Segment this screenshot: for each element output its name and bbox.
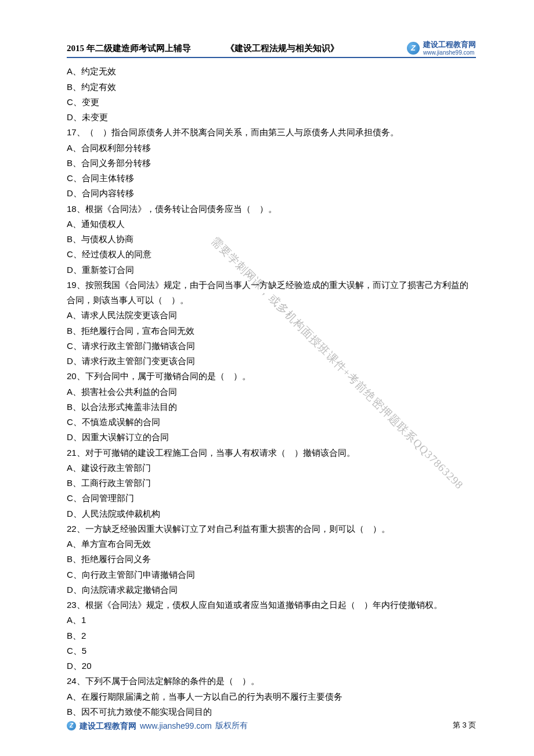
text-line: A、在履行期限届满之前，当事人一方以自己的行为表明不履行主要债务 (67, 689, 476, 704)
text-line: C、变更 (67, 95, 476, 110)
document-body: A、约定无效 B、约定有效 C、变更 D、未变更 17、（ ）指合同原债务人并不… (67, 64, 476, 719)
page-number: 第 3 页 (453, 719, 476, 732)
text-line: A、约定无效 (67, 64, 476, 79)
text-line: 17、（ ）指合同原债务人并不脱离合同关系，而由第三人与原债务人共同承担债务。 (67, 125, 476, 140)
text-line: B、因不可抗力致使不能实现合同目的 (67, 704, 476, 719)
text-line: A、1 (67, 613, 476, 628)
text-line: B、与债权人协商 (67, 232, 476, 247)
text-line: D、请求行政主管部门变更该合同 (67, 354, 476, 369)
text-line: A、合同权利部分转移 (67, 141, 476, 156)
text-line: B、合同义务部分转移 (67, 156, 476, 171)
text-line: 20、下列合同中，属于可撤销合同的是（ ）。 (67, 369, 476, 384)
text-line: B、以合法形式掩盖非法目的 (67, 399, 476, 415)
text-line: B、工商行政主管部门 (67, 476, 476, 491)
footer-url: www.jianshe99.com (140, 719, 212, 733)
page-suffix: 页 (467, 721, 476, 729)
book-title: 《建设工程法规与相关知识》 (226, 41, 339, 56)
logo-text: 建设工程教育网 www.jianshe99.com (423, 41, 476, 55)
globe-z-icon: Z (67, 721, 76, 730)
text-line: 22、一方缺乏经验因重大误解订立了对自己利益有重大损害的合同，则可以（ ）。 (67, 521, 476, 537)
footer-copyright: 版权所有 (215, 719, 248, 733)
header-logo: Z 建设工程教育网 www.jianshe99.com (407, 41, 476, 55)
page-header: 2015 年二级建造师考试网上辅导 《建设工程法规与相关知识》 Z 建设工程教育… (67, 41, 476, 58)
page-footer: Z 建设工程教育网 www.jianshe99.com 版权所有 第 3 页 (67, 719, 476, 733)
text-line: D、合同内容转移 (67, 186, 476, 201)
text-line: B、2 (67, 628, 476, 643)
logo-en: www.jianshe99.com (423, 49, 476, 56)
text-line: A、单方宣布合同无效 (67, 537, 476, 552)
logo-cn: 建设工程教育网 (423, 41, 476, 49)
text-line: D、未变更 (67, 110, 476, 125)
text-line: B、约定有效 (67, 80, 476, 95)
page-num-value: 3 (463, 721, 467, 729)
text-line: A、请求人民法院变更该合同 (67, 308, 476, 323)
text-line: D、向法院请求裁定撤销合同 (67, 582, 476, 597)
text-line: D、人民法院或仲裁机构 (67, 506, 476, 521)
footer-left: Z 建设工程教育网 www.jianshe99.com 版权所有 (67, 719, 248, 733)
text-line: C、5 (67, 643, 476, 658)
text-line: D、因重大误解订立的合同 (67, 430, 476, 445)
text-line: A、建设行政主管部门 (67, 460, 476, 476)
text-line: A、损害社会公共利益的合同 (67, 384, 476, 399)
text-line: C、请求行政主管部门撤销该合同 (67, 339, 476, 354)
text-line: C、不慎造成误解的合同 (67, 415, 476, 430)
text-line: 21、对于可撤销的建设工程施工合同，当事人有权请求（ ）撤销该合同。 (67, 445, 476, 460)
text-line: D、20 (67, 658, 476, 674)
text-line: C、向行政主管部门申请撤销合同 (67, 567, 476, 582)
text-line: 18、根据《合同法》，债务转让合同债务应当（ ）。 (67, 201, 476, 217)
text-line: B、拒绝履行合同，宣布合同无效 (67, 323, 476, 339)
globe-z-icon: Z (407, 42, 420, 55)
text-line: D、重新签订合同 (67, 262, 476, 278)
footer-site-name: 建设工程教育网 (80, 719, 136, 733)
text-line: 23、根据《合同法》规定，债权人应自知道或者应当知道撤销事由之日起（ ）年内行使… (67, 597, 476, 613)
text-line: C、合同管理部门 (67, 491, 476, 506)
text-line: A、通知债权人 (67, 217, 476, 232)
text-line: B、拒绝履行合同义务 (67, 552, 476, 567)
text-line: 24、下列不属于合同法定解除的条件的是（ ）。 (67, 674, 476, 689)
text-line: 19、按照我国《合同法》规定，由于合同当事人一方缺乏经验造成的重大误解，而订立了… (67, 278, 476, 308)
text-line: C、合同主体转移 (67, 171, 476, 186)
course-title: 2015 年二级建造师考试网上辅导 (67, 41, 191, 56)
header-left: 2015 年二级建造师考试网上辅导 《建设工程法规与相关知识》 (67, 41, 339, 56)
page-prefix: 第 (453, 721, 462, 729)
text-line: C、经过债权人的同意 (67, 247, 476, 262)
